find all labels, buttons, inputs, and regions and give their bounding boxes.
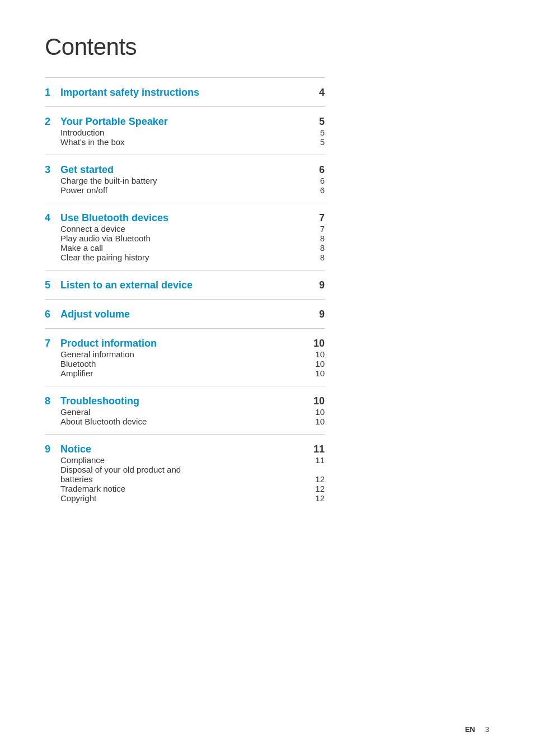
sub-section-title: Disposal of your old product and batteri…	[60, 465, 302, 484]
sub-section-title: Compliance	[60, 455, 302, 465]
sub-section-page: 11	[302, 455, 325, 465]
sub-section-page: 5	[302, 137, 325, 155]
footer-page: 3	[485, 725, 489, 734]
section-title: Get started	[60, 155, 302, 176]
sub-section-title: Power on/off	[60, 185, 302, 203]
spacer-cell	[45, 349, 60, 359]
spacer-cell	[45, 253, 60, 270]
section-number: 4	[45, 203, 60, 224]
sub-section-page: 7	[302, 224, 325, 234]
spacer-cell	[45, 243, 60, 253]
section-number: 7	[45, 329, 60, 349]
spacer-cell	[45, 128, 60, 137]
spacer-cell	[45, 359, 60, 368]
section-title: Important safety instructions	[60, 78, 302, 106]
sub-section-title: Amplifier	[60, 368, 302, 386]
sub-section-page: 10	[302, 407, 325, 417]
sub-section-page: 10	[302, 368, 325, 386]
section-number: 2	[45, 107, 60, 128]
section-page: 10	[302, 329, 325, 349]
section-page: 5	[302, 107, 325, 128]
spacer-cell	[45, 368, 60, 386]
spacer-cell	[45, 224, 60, 234]
page-title: Contents	[45, 34, 489, 60]
sub-section-title: Copyright	[60, 493, 302, 511]
section-page: 9	[302, 270, 325, 299]
section-title: Adjust volume	[60, 300, 302, 328]
footer-lang: EN	[465, 725, 475, 734]
sub-section-page: 6	[302, 176, 325, 185]
spacer-cell	[45, 417, 60, 434]
sub-section-page: 5	[302, 128, 325, 137]
section-number: 3	[45, 155, 60, 176]
spacer-cell	[45, 407, 60, 417]
section-page: 6	[302, 155, 325, 176]
section-title: Troubleshooting	[60, 386, 302, 407]
section-title: Use Bluetooth devices	[60, 203, 302, 224]
sub-section-page: 8	[302, 234, 325, 243]
sub-section-title: What's in the box	[60, 137, 302, 155]
section-number: 8	[45, 386, 60, 407]
footer: EN 3	[465, 725, 489, 734]
section-number: 9	[45, 435, 60, 455]
sub-section-title: Introduction	[60, 128, 302, 137]
sub-section-page: 12	[302, 484, 325, 493]
sub-section-page: 12	[302, 465, 325, 484]
section-page: 9	[302, 300, 325, 328]
sub-section-title: Connect a device	[60, 224, 302, 234]
page: Contents 1Important safety instructions4…	[0, 0, 534, 756]
section-page: 10	[302, 386, 325, 407]
section-page: 11	[302, 435, 325, 455]
sub-section-title: General information	[60, 349, 302, 359]
section-page: 4	[302, 78, 325, 106]
spacer-cell	[45, 465, 60, 484]
section-number: 1	[45, 78, 60, 106]
spacer-cell	[45, 137, 60, 155]
section-title: Your Portable Speaker	[60, 107, 302, 128]
sub-section-title: Trademark notice	[60, 484, 302, 493]
spacer-cell	[45, 176, 60, 185]
section-title: Product information	[60, 329, 302, 349]
sub-section-page: 12	[302, 493, 325, 511]
sub-section-title: General	[60, 407, 302, 417]
section-number: 5	[45, 270, 60, 299]
sub-section-page: 10	[302, 359, 325, 368]
sub-section-page: 10	[302, 417, 325, 434]
sub-section-page: 8	[302, 253, 325, 270]
spacer-cell	[45, 185, 60, 203]
spacer-cell	[45, 493, 60, 511]
spacer-cell	[45, 484, 60, 493]
sub-section-title: Charge the built-in battery	[60, 176, 302, 185]
sub-section-title: Clear the pairing history	[60, 253, 302, 270]
toc-container: 1Important safety instructions42Your Por…	[45, 77, 489, 511]
sub-section-title: Bluetooth	[60, 359, 302, 368]
sub-section-title: Make a call	[60, 243, 302, 253]
section-title: Listen to an external device	[60, 270, 302, 299]
section-page: 7	[302, 203, 325, 224]
sub-section-page: 10	[302, 349, 325, 359]
sub-section-page: 6	[302, 185, 325, 203]
spacer-cell	[45, 455, 60, 465]
sub-section-title: About Bluetooth device	[60, 417, 302, 434]
sub-section-page: 8	[302, 243, 325, 253]
section-title: Notice	[60, 435, 302, 455]
sub-section-title: Play audio via Bluetooth	[60, 234, 302, 243]
spacer-cell	[45, 234, 60, 243]
section-number: 6	[45, 300, 60, 328]
